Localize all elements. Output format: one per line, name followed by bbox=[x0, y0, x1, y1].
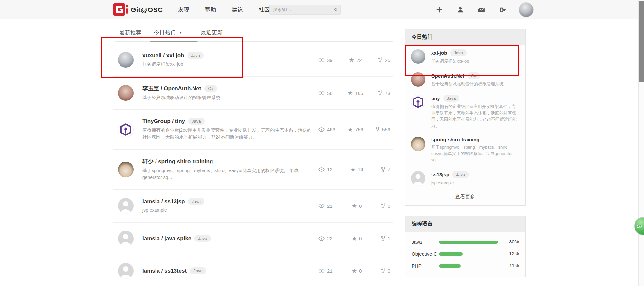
repo-row-xxl-job[interactable]: xuxueli / xxl-job Java 任务调度框架xxl-job 39 … bbox=[113, 44, 393, 76]
avatar[interactable] bbox=[411, 95, 425, 109]
floating-badge[interactable]: 57 bbox=[634, 217, 644, 235]
language-badge: Java bbox=[450, 49, 466, 56]
repo-stats: 39 ★72 25 bbox=[318, 57, 393, 63]
page: Git@OSC 发现 帮助 建议 社区 bbox=[0, 0, 644, 286]
repo-description: jsp example bbox=[142, 207, 312, 214]
avatar[interactable] bbox=[118, 52, 134, 68]
avatar[interactable] bbox=[118, 263, 134, 279]
hot-item-description: 值得拥有的企业级j2ee应用开发框架套件，专业团队开发，完整的生态体系，活跃的社… bbox=[431, 103, 520, 129]
repo-title[interactable]: 轩少 / spring-shiro-training bbox=[142, 158, 213, 165]
language-badge: Java bbox=[188, 198, 204, 205]
avatar[interactable] bbox=[411, 137, 425, 151]
repo-stats: 463 ★756 559 bbox=[318, 127, 393, 133]
watch-count: 12 bbox=[318, 167, 333, 172]
repo-list: xuxueli / xxl-job Java 任务调度框架xxl-job 39 … bbox=[113, 44, 393, 286]
site-title: Git@OSC bbox=[131, 6, 163, 14]
watch-icon bbox=[318, 204, 325, 208]
fork-count: 559 bbox=[376, 127, 390, 132]
main-nav: 发现 帮助 建议 社区 bbox=[170, 0, 278, 19]
watch-count: 39 bbox=[318, 57, 333, 63]
avatar[interactable] bbox=[411, 72, 425, 87]
star-icon: ★ bbox=[352, 236, 357, 241]
tab-newest[interactable]: 最新推荐 bbox=[119, 29, 141, 36]
search-input[interactable] bbox=[270, 7, 334, 12]
fork-count: 7 bbox=[381, 167, 390, 172]
repo-title[interactable]: lamsla / ss13jsp bbox=[142, 198, 185, 205]
avatar[interactable] bbox=[118, 198, 134, 214]
search-icon[interactable] bbox=[334, 7, 338, 13]
tab-recent-updates[interactable]: 最近更新 bbox=[201, 29, 223, 36]
nav-item-help[interactable]: 帮助 bbox=[205, 6, 216, 13]
star-icon: ★ bbox=[352, 268, 357, 274]
nav-item-suggest[interactable]: 建议 bbox=[232, 6, 243, 13]
today-hot-panel-title: 今日热门 bbox=[405, 29, 525, 45]
repo-description: 基于springmvc、spring、mybatis、shiro、easyui简… bbox=[142, 167, 312, 181]
hot-item-ss13jsp[interactable]: ss13jsp Java jsp example bbox=[405, 167, 525, 190]
repo-title[interactable]: TinyGroup / tiny bbox=[142, 118, 185, 125]
language-badge: C# bbox=[204, 85, 217, 92]
mail-icon[interactable] bbox=[478, 6, 485, 13]
main-content: 最新推荐 今日热门▼ 最近更新 xuxueli / xxl-job Java 任… bbox=[113, 19, 393, 286]
language-row-objective-c: Objective-C 12% bbox=[412, 248, 519, 260]
language-badge: Java bbox=[188, 118, 204, 125]
avatar[interactable] bbox=[118, 85, 134, 101]
repo-stats: 21 ★0 0 bbox=[318, 268, 393, 274]
user-icon[interactable] bbox=[457, 6, 464, 13]
watch-icon bbox=[318, 269, 325, 273]
watch-icon bbox=[318, 91, 325, 95]
tab-today-hot-label: 今日热门 bbox=[154, 30, 176, 35]
star-icon: ★ bbox=[352, 203, 357, 209]
hot-item-title[interactable]: spring-shiro-training bbox=[431, 137, 480, 142]
languages-panel: 编程语言 Java 30% Objective-C 12% PHP 11% bbox=[405, 216, 526, 277]
repo-row-java-spike[interactable]: lamsla / java-spike Java 22 ★0 1 bbox=[113, 222, 393, 255]
star-count: ★19 bbox=[350, 167, 363, 172]
repo-row-ss13test[interactable]: lamsla / ss13test Java 21 ★0 0 bbox=[113, 255, 393, 286]
repo-description: 值得拥有的企业级j2ee应用开发框架套件，专业团队开发，完整的生态体系，活跃的社… bbox=[142, 127, 312, 141]
language-badge: Java bbox=[452, 171, 469, 178]
header-actions bbox=[429, 0, 534, 19]
repo-title[interactable]: lamsla / ss13test bbox=[142, 268, 187, 274]
hot-item-title[interactable]: ss13jsp bbox=[431, 172, 449, 177]
hot-item-description: 基于springmvc、spring、mybatis、shiro、easyui简… bbox=[431, 144, 520, 163]
hot-item-title[interactable]: xxl-job bbox=[431, 50, 447, 56]
avatar[interactable] bbox=[411, 171, 425, 186]
fork-count: 73 bbox=[378, 90, 390, 96]
avatar[interactable] bbox=[118, 231, 134, 246]
repo-row-tiny[interactable]: TinyGroup / tiny Java 值得拥有的企业级j2ee应用开发框架… bbox=[113, 109, 393, 149]
hot-item-openauth[interactable]: OpenAuth.Net C# 基于经典领域驱动设计的权限管理系统 bbox=[405, 68, 525, 91]
watch-count: 56 bbox=[318, 90, 333, 96]
language-badge: C# bbox=[468, 72, 480, 79]
avatar[interactable] bbox=[118, 162, 134, 177]
site-logo[interactable]: Git@OSC bbox=[113, 3, 163, 16]
star-count: ★0 bbox=[352, 236, 362, 241]
language-percent: 12% bbox=[504, 251, 519, 256]
repo-title[interactable]: xuxueli / xxl-job bbox=[142, 52, 184, 59]
avatar[interactable] bbox=[118, 122, 134, 137]
hot-item-spring-shiro-training[interactable]: spring-shiro-training 基于springmvc、spring… bbox=[405, 133, 525, 167]
plus-icon[interactable] bbox=[436, 6, 443, 13]
user-avatar[interactable] bbox=[519, 2, 534, 17]
fork-icon bbox=[378, 57, 382, 63]
scrollbar-thumb[interactable] bbox=[639, 1, 644, 82]
nav-item-community[interactable]: 社区 bbox=[259, 6, 270, 13]
repo-row-openauth[interactable]: 李玉宝 / OpenAuth.Net C# 基于经典领域驱动设计的权限管理系统 … bbox=[113, 76, 393, 110]
hot-item-title[interactable]: tiny bbox=[431, 96, 440, 101]
fork-icon bbox=[381, 203, 385, 208]
tiny-logo-icon bbox=[412, 96, 424, 108]
scrollbar[interactable] bbox=[638, 0, 644, 286]
top-navigation-bar: Git@OSC 发现 帮助 建议 社区 bbox=[0, 0, 644, 19]
repo-row-ss13jsp[interactable]: lamsla / ss13jsp Java jsp example 21 ★0 … bbox=[113, 189, 393, 222]
repo-row-spring-shiro-training[interactable]: 轩少 / spring-shiro-training 基于springmvc、s… bbox=[113, 149, 393, 189]
language-badge: Java bbox=[443, 95, 459, 102]
hot-item-xxl-job[interactable]: xxl-job Java 任务调度框架xxl-job bbox=[405, 45, 525, 68]
hot-item-tiny[interactable]: tiny Java 值得拥有的企业级j2ee应用开发框架套件，专业团队开发，完整… bbox=[405, 91, 525, 133]
repo-title[interactable]: 李玉宝 / OpenAuth.Net bbox=[142, 85, 201, 92]
tiny-logo-icon bbox=[119, 123, 132, 136]
avatar[interactable] bbox=[411, 49, 425, 64]
nav-item-discover[interactable]: 发现 bbox=[178, 6, 189, 13]
repo-title[interactable]: lamsla / java-spike bbox=[142, 235, 191, 242]
hot-item-title[interactable]: OpenAuth.Net bbox=[431, 73, 464, 79]
logout-icon[interactable] bbox=[499, 6, 506, 13]
tab-today-hot[interactable]: 今日热门▼ bbox=[154, 29, 183, 36]
view-more-link[interactable]: 查看更多 bbox=[405, 190, 525, 205]
